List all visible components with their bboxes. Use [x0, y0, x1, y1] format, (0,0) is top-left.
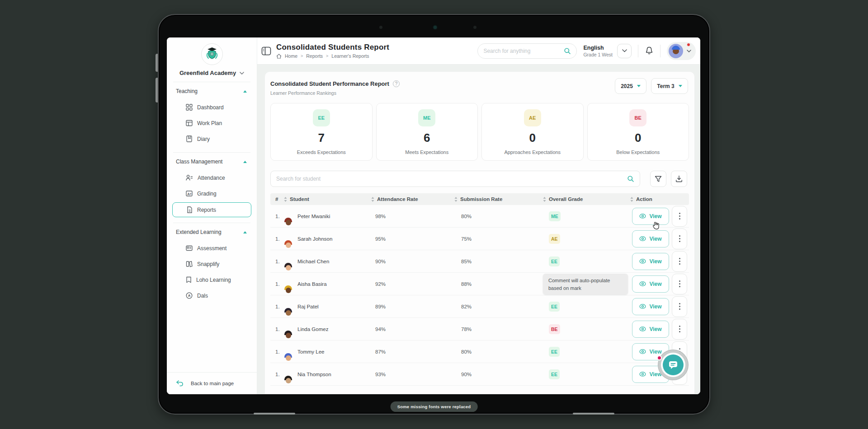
- section-extended-learning[interactable]: Extended Learning: [167, 224, 257, 240]
- attendance-rate: 92%: [375, 281, 386, 287]
- language-selector-label: English Grade 1 West: [583, 45, 613, 57]
- summary-card-ee: EE 7 Exceeds Expectations: [270, 103, 373, 161]
- row-menu-button[interactable]: [672, 251, 687, 272]
- breadcrumb-current[interactable]: Learner's Reports: [331, 53, 369, 59]
- content-area: Consolidated Student Performance Report …: [257, 65, 700, 394]
- sort-icon: [284, 197, 287, 202]
- row-number: 1.: [275, 236, 280, 242]
- grade-badge: AE: [524, 109, 541, 126]
- term-value: Term 3: [657, 83, 674, 89]
- table-row: 1. Michael Chen 90% 85% EE View: [270, 250, 689, 273]
- attendance-rate: 90%: [375, 259, 386, 264]
- loho-learning-icon: [186, 276, 192, 283]
- svg-text:A+: A+: [187, 192, 192, 196]
- table-row: 1. Linda Gomez 94% 78% BE View: [270, 318, 689, 340]
- language-value: English: [583, 45, 613, 51]
- attendance-rate: 94%: [375, 326, 386, 332]
- view-button[interactable]: View: [632, 321, 669, 338]
- filter-button[interactable]: [650, 171, 666, 187]
- grade-pill: BE: [549, 324, 560, 334]
- view-button[interactable]: View: [632, 208, 669, 225]
- search-icon[interactable]: [564, 47, 571, 55]
- view-button[interactable]: View: [632, 253, 669, 270]
- row-menu-button[interactable]: [672, 206, 687, 227]
- table-body: 1. Peter Mwaniki 98% 80% ME View 1.: [270, 205, 689, 386]
- diary-icon: [186, 135, 193, 142]
- user-menu[interactable]: [667, 42, 696, 60]
- sidebar-item-attendance[interactable]: Attendance: [167, 170, 257, 186]
- sidebar: Greenfield Academy Teaching Dashboard: [167, 37, 257, 394]
- divider: [173, 152, 250, 153]
- column-header-action[interactable]: Action: [630, 196, 652, 202]
- card-label: Exceeds Expectations: [297, 149, 346, 155]
- table-row: 1. Nia Thompson 93% 90% EE View: [270, 363, 689, 386]
- action-cell: View: [632, 208, 669, 225]
- sort-icon: [630, 197, 633, 202]
- row-menu-button[interactable]: [672, 296, 687, 317]
- chat-widget-button[interactable]: [658, 350, 688, 380]
- school-name: Greenfield Academy: [179, 70, 236, 76]
- year-value: 2025: [621, 83, 633, 89]
- column-header-grade[interactable]: Overall Grade: [543, 196, 583, 202]
- column-header-submission[interactable]: Submission Rate: [454, 196, 502, 202]
- sidebar-item-grading[interactable]: A+ Grading: [167, 186, 257, 201]
- device-sensor-dot: [473, 26, 476, 29]
- row-menu-button[interactable]: [672, 228, 687, 249]
- sidebar-item-loho-learning[interactable]: Loho Learning: [167, 272, 257, 288]
- eye-icon: [639, 304, 646, 309]
- student-search-input[interactable]: [276, 176, 627, 182]
- grade-context: Grade 1 West: [583, 52, 613, 57]
- sidebar-item-diary[interactable]: Diary: [167, 131, 257, 147]
- global-search-input[interactable]: [483, 48, 560, 54]
- view-label: View: [649, 349, 661, 355]
- divider: [173, 223, 250, 223]
- global-search: [477, 43, 577, 59]
- eye-icon: [639, 349, 646, 354]
- notifications-button[interactable]: [645, 46, 654, 56]
- action-cell: View: [632, 230, 669, 247]
- submission-rate: 88%: [461, 281, 472, 287]
- school-selector[interactable]: Greenfield Academy: [167, 70, 257, 76]
- action-cell: View: [632, 275, 669, 293]
- card-label: Approaches Expectations: [504, 149, 561, 155]
- chevron-down-icon: [240, 72, 244, 75]
- row-number: 1.: [275, 281, 280, 287]
- tablet-frame: Greenfield Academy Teaching Dashboard: [158, 14, 710, 415]
- year-dropdown[interactable]: 2025: [615, 78, 646, 94]
- view-button[interactable]: View: [632, 230, 669, 247]
- grade-pill: EE: [549, 256, 560, 266]
- sidebar-item-dals[interactable]: A Dals: [167, 288, 257, 303]
- back-to-main-button[interactable]: Back to main page: [167, 373, 257, 394]
- row-menu-button[interactable]: [672, 319, 687, 340]
- view-button[interactable]: View: [632, 275, 669, 293]
- section-teaching[interactable]: Teaching: [167, 83, 257, 99]
- section-class-management[interactable]: Class Management: [167, 154, 257, 170]
- sort-icon: [371, 197, 374, 202]
- language-dropdown-button[interactable]: [617, 44, 632, 58]
- download-button[interactable]: [671, 171, 687, 187]
- sidebar-item-assessment[interactable]: Assessment: [167, 240, 257, 256]
- back-arrow-icon: [176, 380, 184, 387]
- column-header-number[interactable]: #: [275, 196, 278, 202]
- chevron-down-icon: [687, 50, 691, 52]
- row-menu-button[interactable]: [672, 274, 687, 294]
- sidebar-item-work-plan[interactable]: Work Plan: [167, 115, 257, 131]
- chat-bubble-icon: [663, 354, 684, 375]
- breadcrumb-reports[interactable]: Reports: [306, 53, 323, 59]
- help-icon[interactable]: ?: [393, 80, 400, 87]
- action-cell: View: [632, 321, 669, 338]
- column-header-student[interactable]: Student: [284, 196, 309, 202]
- bell-icon: [645, 46, 654, 56]
- column-header-attendance[interactable]: Attendance Rate: [371, 196, 418, 202]
- term-dropdown[interactable]: Term 3: [651, 78, 688, 94]
- sidebar-item-dashboard[interactable]: Dashboard: [167, 99, 257, 115]
- sidebar-toggle-button[interactable]: [261, 46, 272, 56]
- sidebar-item-reports[interactable]: Reports: [172, 202, 251, 217]
- student-name: Raj Patel: [297, 304, 319, 309]
- breadcrumb-home[interactable]: Home: [285, 53, 297, 59]
- search-icon[interactable]: [627, 175, 634, 182]
- view-button[interactable]: View: [632, 298, 669, 315]
- eye-icon: [639, 326, 646, 331]
- sidebar-item-snapplify[interactable]: Snapplify: [167, 256, 257, 272]
- grade-badge: BE: [629, 109, 646, 126]
